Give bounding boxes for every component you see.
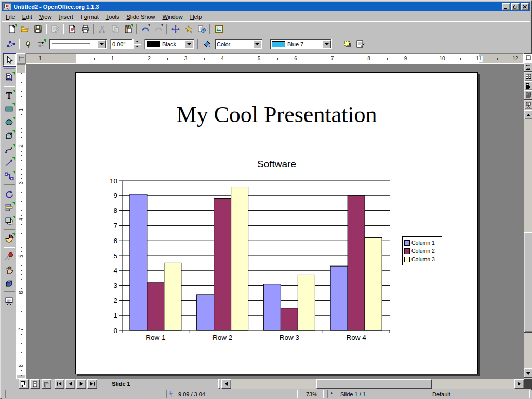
notes-view-button[interactable] <box>524 81 532 90</box>
fill-type-combo[interactable]: Color <box>215 39 262 49</box>
vertical-scrollbar[interactable] <box>524 53 532 379</box>
connector-tool-button[interactable] <box>3 170 16 182</box>
handout-view-button[interactable] <box>524 90 532 100</box>
zoom-value: 73% <box>306 391 317 397</box>
line-color-dropdown-button[interactable] <box>185 40 193 48</box>
fill-style-button[interactable] <box>201 38 212 50</box>
slide-mode-button[interactable] <box>19 379 29 389</box>
export-pdf-button[interactable] <box>66 23 78 35</box>
close-button[interactable] <box>521 3 529 10</box>
status-position-field[interactable]: 9.09 / 3.04 <box>166 390 298 398</box>
prev-slide-button[interactable] <box>65 379 75 389</box>
objects-3d-tool-button[interactable] <box>3 129 16 142</box>
rotate-tool-button[interactable] <box>3 188 16 200</box>
title-bar[interactable]: Untitled2 - OpenOffice.org 1.1.3 <box>2 2 530 11</box>
horizontal-ruler[interactable]: -1123456789101112 <box>26 53 524 64</box>
rectangle-tool-button[interactable] <box>3 102 16 115</box>
line-style-dropdown-button[interactable] <box>98 40 106 48</box>
menu-format[interactable]: Format <box>77 12 102 21</box>
chart-title[interactable]: Software <box>76 158 477 170</box>
layer-mode-button[interactable] <box>42 379 51 389</box>
navigator-button[interactable] <box>169 23 181 35</box>
save-button[interactable] <box>32 23 44 35</box>
vertical-ruler[interactable]: 12345678 <box>17 64 26 379</box>
line-width-up-button[interactable] <box>133 39 141 44</box>
status-template-field[interactable]: Default <box>430 390 530 398</box>
paste-button[interactable] <box>122 23 134 35</box>
pen-style-button[interactable] <box>22 38 34 50</box>
ellipse-tool-button[interactable] <box>3 116 16 128</box>
slide-canvas[interactable]: 012345678910Row 1Row 2Row 3Row 4 My Cool… <box>75 72 478 374</box>
status-slide-field[interactable]: Slide 1 / 1 <box>338 390 428 398</box>
vertical-scroll-thumb[interactable] <box>524 232 532 332</box>
menu-file[interactable]: File <box>2 12 19 21</box>
select-tool-button[interactable] <box>3 54 16 66</box>
alignment-tool-button[interactable] <box>3 201 16 214</box>
shadow-button[interactable] <box>341 38 353 50</box>
slide-title[interactable]: My Cool Presentation <box>76 101 477 128</box>
slide-tab[interactable]: Slide 1 <box>91 379 151 389</box>
gallery-button[interactable] <box>195 23 207 35</box>
open-button[interactable] <box>19 23 31 35</box>
arrow-ends-button[interactable] <box>35 38 47 50</box>
menu-slide-show[interactable]: Slide Show <box>123 12 158 21</box>
insert-tool-button[interactable] <box>3 232 16 245</box>
status-bar: 9.09 / 3.04 73% * Slide 1 / 1 Default <box>2 390 532 399</box>
workspace[interactable]: 012345678910Row 1Row 2Row 3Row 4 My Cool… <box>26 64 524 379</box>
menu-edit[interactable]: Edit <box>19 12 36 21</box>
horizontal-scrollbar[interactable] <box>231 379 514 389</box>
next-slide-button[interactable] <box>76 379 86 389</box>
ruler-origin-box[interactable] <box>17 53 26 64</box>
controller-3d-tool-button[interactable] <box>3 277 16 289</box>
menu-insert[interactable]: Insert <box>55 12 77 21</box>
restore-button[interactable] <box>511 3 520 10</box>
text-tool-button[interactable] <box>3 89 16 101</box>
menu-view[interactable]: View <box>36 12 56 21</box>
effects-tool-button[interactable] <box>3 250 16 262</box>
menu-tools[interactable]: Tools <box>102 12 123 21</box>
menu-window[interactable]: Window <box>159 12 187 21</box>
edit-points-button[interactable] <box>5 38 17 50</box>
scroll-down-button[interactable] <box>524 368 532 378</box>
chart-legend[interactable]: Column 1Column 2Column 3 <box>402 236 442 265</box>
svg-text:Row 4: Row 4 <box>346 334 366 341</box>
presentation-styles-button[interactable] <box>354 38 366 50</box>
print-button[interactable] <box>79 23 91 35</box>
fill-color-dropdown-button[interactable] <box>323 40 331 48</box>
outline-view-button[interactable] <box>524 62 532 72</box>
dropdown-indicator <box>148 24 150 27</box>
line-width-down-button[interactable] <box>133 44 141 49</box>
slides-view-button[interactable] <box>524 72 532 81</box>
line-style-combo[interactable] <box>49 39 107 49</box>
menu-help[interactable]: Help <box>187 12 206 21</box>
horizontal-scroll-thumb[interactable] <box>316 379 432 389</box>
insert-graphics-button[interactable] <box>212 23 224 35</box>
new-button[interactable] <box>6 23 18 35</box>
fill-color-combo[interactable]: Blue 7 <box>270 39 332 49</box>
arrange-tool-button[interactable] <box>3 215 16 227</box>
line-width-input[interactable] <box>110 39 133 49</box>
curve-tool-button[interactable] <box>3 143 16 155</box>
undo-button[interactable] <box>139 23 151 35</box>
flyout-indicator <box>12 144 15 147</box>
svg-text:Row 3: Row 3 <box>280 334 299 341</box>
first-slide-button[interactable] <box>55 379 64 389</box>
tab-scrollbar-splitter[interactable] <box>218 379 220 389</box>
scroll-up-button[interactable] <box>524 110 532 119</box>
lines-arrows-tool-button[interactable] <box>3 156 16 169</box>
line-width-spinner[interactable] <box>110 39 141 49</box>
master-mode-button[interactable] <box>30 379 40 389</box>
line-color-combo[interactable]: Black <box>144 39 194 49</box>
scroll-right-button[interactable] <box>514 379 524 389</box>
zoom-button[interactable] <box>182 23 194 35</box>
zoom-tool-button[interactable] <box>3 71 16 84</box>
status-zoom-field[interactable]: 73% <box>300 390 324 398</box>
fill-type-dropdown-button[interactable] <box>253 40 261 48</box>
interaction-tool-button[interactable] <box>3 263 16 276</box>
last-slide-button[interactable] <box>87 379 97 389</box>
slideshow-button[interactable] <box>524 100 532 109</box>
scroll-left-button[interactable] <box>221 379 231 389</box>
presentation-tool-button[interactable] <box>3 295 16 307</box>
drawing-view-button[interactable] <box>524 53 532 62</box>
minimize-button[interactable] <box>502 3 510 10</box>
